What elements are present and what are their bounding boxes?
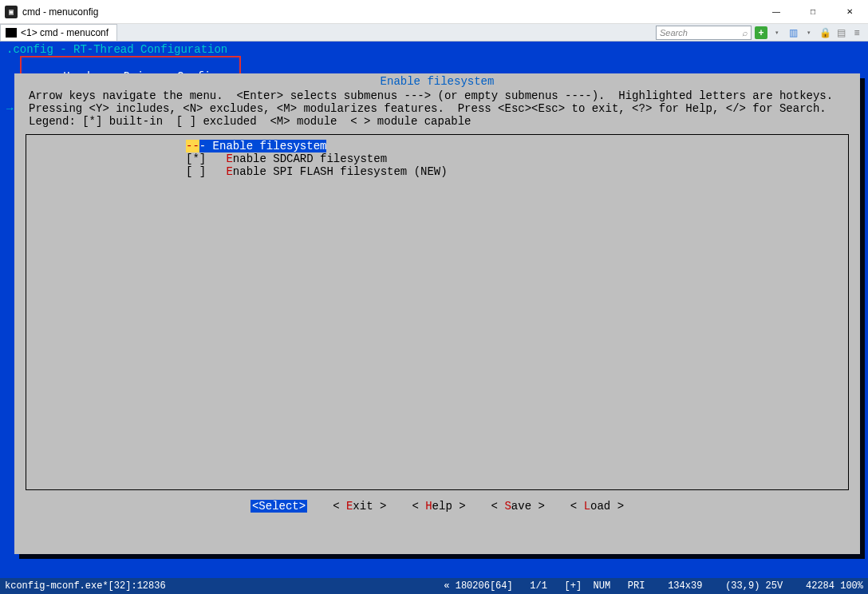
window-titlebar: ▣ cmd - menuconfig — □ ✕ [0, 0, 868, 24]
minimize-button[interactable]: — [758, 0, 795, 24]
new-tab-button[interactable]: + [755, 26, 767, 39]
button-row: <Select> < Exit > < Help > < Save > < Lo… [22, 500, 852, 513]
tab-bar: <1> cmd - menuconf Search ⌕ + ▾ ▥ ▾ 🔒 ▤ … [0, 24, 868, 42]
search-input[interactable]: Search ⌕ [656, 26, 752, 40]
window-title: cmd - menuconfig [22, 6, 98, 18]
help-text: Arrow keys navigate the menu. <Enter> se… [29, 89, 846, 128]
close-button[interactable]: ✕ [831, 0, 868, 24]
tab-label: <1> cmd - menuconf [21, 27, 108, 38]
lock-icon[interactable]: 🔒 [819, 26, 831, 39]
menu-item-enable-sdcard[interactable]: [*] Enable SDCARD filesystem [26, 152, 848, 165]
window-controls: — □ ✕ [758, 0, 868, 24]
load-button[interactable]: < Load > [570, 500, 624, 513]
status-info: « 180206[64] 1/1 [+] NUM PRI 134x39 (33,… [444, 580, 863, 592]
menu-item-enable-spi-flash[interactable]: [ ] Enable SPI FLASH filesystem (NEW) [26, 165, 848, 178]
search-icon: ⌕ [742, 28, 748, 38]
windows-icon[interactable]: ▥ [787, 26, 799, 39]
terminal-icon [6, 28, 17, 38]
menuconfig-panel: Enable filesystem Arrow keys navigate th… [14, 73, 860, 554]
menu-icon[interactable]: ≡ [850, 26, 863, 39]
menu-list: --- Enable filesystem [*] Enable SDCARD … [26, 134, 849, 490]
status-bar: kconfig-mconf.exe*[32]:12836 « 180206[64… [0, 578, 868, 594]
panel-title: Enable filesystem [22, 75, 852, 88]
tab-cmd[interactable]: <1> cmd - menuconf [0, 24, 117, 41]
tab-toolbar: Search ⌕ + ▾ ▥ ▾ 🔒 ▤ ≡ [651, 24, 868, 41]
search-placeholder: Search [660, 28, 688, 38]
windows-dropdown-icon[interactable]: ▾ [803, 26, 815, 39]
menu-item-enable-filesystem[interactable]: --- Enable filesystem [26, 140, 848, 152]
list-icon[interactable]: ▤ [834, 26, 847, 39]
app-icon: ▣ [5, 6, 18, 18]
help-button[interactable]: < Help > [412, 500, 465, 513]
terminal-area: .config - RT-Thread Configuration → Hard… [0, 42, 868, 578]
exit-button[interactable]: < Exit > [333, 500, 386, 513]
status-process: kconfig-mconf.exe*[32]:12836 [5, 580, 166, 592]
save-button[interactable]: < Save > [491, 500, 545, 513]
config-header: .config - RT-Thread Configuration [0, 42, 868, 56]
maximize-button[interactable]: □ [795, 0, 831, 24]
new-tab-dropdown-icon[interactable]: ▾ [771, 26, 783, 39]
select-button[interactable]: <Select> [251, 500, 307, 513]
